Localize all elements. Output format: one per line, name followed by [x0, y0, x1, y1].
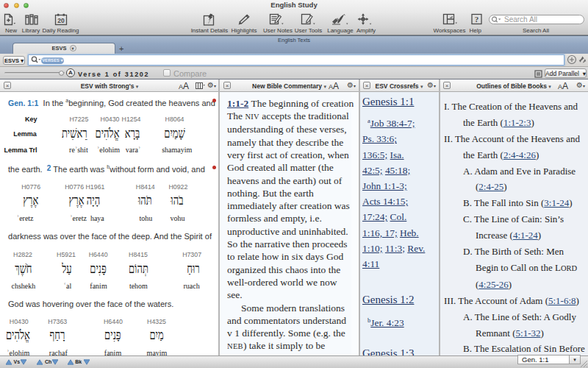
svg-text:20: 20 — [57, 17, 65, 24]
svg-text:?: ? — [475, 15, 479, 24]
